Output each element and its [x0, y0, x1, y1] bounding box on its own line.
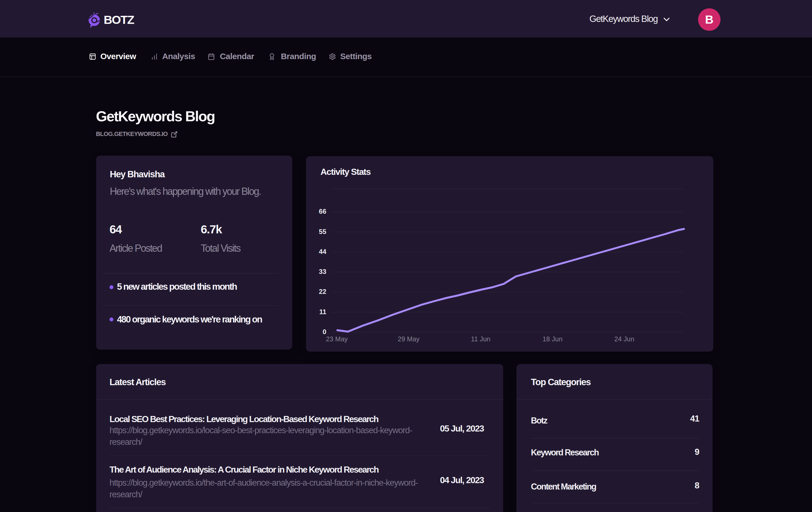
svg-text:11: 11 — [319, 308, 326, 316]
svg-text:22: 22 — [319, 288, 326, 295]
svg-text:66: 66 — [319, 208, 326, 215]
svg-text:33: 33 — [319, 268, 326, 275]
svg-text:24 Jun: 24 Jun — [614, 335, 634, 343]
svg-text:23 May: 23 May — [326, 335, 348, 343]
svg-text:29 May: 29 May — [398, 335, 420, 343]
svg-text:11 Jun: 11 Jun — [471, 335, 490, 343]
svg-text:44: 44 — [319, 248, 326, 255]
svg-text:18 Jun: 18 Jun — [543, 335, 562, 343]
svg-text:0: 0 — [323, 328, 326, 335]
svg-text:55: 55 — [319, 228, 326, 235]
